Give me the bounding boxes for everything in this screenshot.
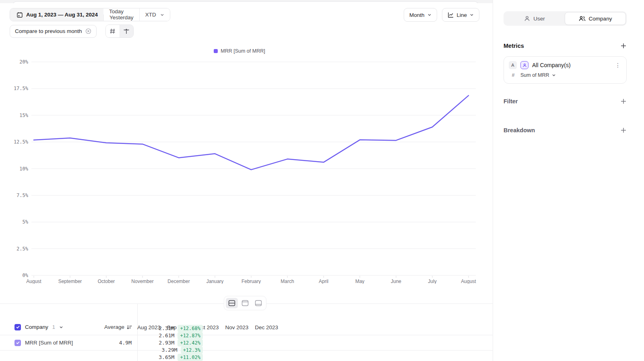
breakdown-section-header: Breakdown	[504, 127, 627, 133]
metric-field-label: Sum of MRR	[520, 72, 549, 78]
remove-compare-icon[interactable]	[85, 28, 91, 34]
sort-icon	[126, 324, 132, 330]
preset-today-button[interactable]: Today	[103, 8, 129, 14]
preset-yesterday-button[interactable]: Yesterday	[103, 14, 139, 21]
entity-count: 1	[52, 324, 55, 330]
report-content: Aug 1, 2023 — Aug 31, 2024 TodayYesterda…	[0, 3, 493, 361]
company-toggle-label: Company	[589, 16, 612, 22]
split-view-button[interactable]	[226, 298, 238, 308]
date-range-group: Aug 1, 2023 — Aug 31, 2024 TodayYesterda…	[10, 8, 170, 21]
line-chart-icon	[448, 12, 454, 18]
user-toggle-button[interactable]: User	[504, 12, 565, 25]
change-badge: +12.68%	[178, 325, 203, 332]
y-tick-label: 7.5%	[17, 193, 29, 198]
chart-legend: MRR [Sum of MRR]	[0, 48, 479, 54]
mrr-value: 2.93M	[159, 340, 174, 346]
entity-header-cell: Company 1 Average	[0, 324, 137, 330]
add-metric-button[interactable]	[620, 43, 627, 49]
select-all-checkbox[interactable]	[14, 324, 21, 330]
month-value-cell: 3.29M+12.3%	[137, 347, 208, 354]
compare-chip-label: Compare to previous month	[15, 28, 82, 34]
company-toggle-button[interactable]: Company	[565, 12, 626, 25]
y-tick-label: 5%	[23, 219, 29, 225]
chart-options: Month Line	[404, 8, 479, 22]
split-view-icon	[228, 300, 235, 306]
chevron-down-icon	[470, 13, 474, 17]
chart-type-label: Line	[457, 12, 467, 18]
row-checkbox[interactable]	[14, 340, 21, 346]
mrr-line-chart[interactable]: 0%2.5%5%7.5%10%12.5%15%17.5%20%AugustSep…	[0, 55, 479, 284]
entity-label: Company	[25, 324, 48, 330]
x-tick-label: November	[131, 279, 153, 284]
x-tick-label: February	[242, 279, 261, 284]
add-breakdown-button[interactable]	[620, 127, 627, 133]
mrr-value: 2.61M	[159, 332, 174, 338]
y-tick-label: 0%	[23, 273, 29, 278]
filter-section-header: Filter	[504, 98, 627, 105]
y-tick-label: 12.5%	[14, 139, 29, 145]
x-tick-label: May	[355, 279, 365, 284]
add-filter-button[interactable]	[620, 98, 627, 105]
chevron-down-icon	[552, 73, 556, 77]
average-label: Average	[104, 324, 124, 330]
main-panel: Aug 1, 2023 — Aug 31, 2024 TodayYesterda…	[0, 0, 493, 361]
chevron-down-icon[interactable]	[59, 325, 63, 329]
metric-name: All Company(s)	[532, 62, 611, 68]
table-only-view-button[interactable]	[252, 298, 264, 308]
metric-row-label: MRR [Sum of MRR]	[25, 340, 73, 346]
month-column-header[interactable]: Nov 2023	[225, 324, 255, 330]
x-tick-label: December	[167, 279, 190, 284]
grid-icon	[109, 28, 116, 34]
x-tick-label: August	[26, 279, 41, 284]
y-tick-label: 2.5%	[17, 246, 29, 252]
metric-index-badge: A	[509, 61, 517, 69]
date-toolbar: Aug 1, 2023 — Aug 31, 2024 TodayYesterda…	[10, 8, 170, 21]
chart-svg: 0%2.5%5%7.5%10%12.5%15%17.5%20%AugustSep…	[0, 55, 479, 284]
entity-toggle: User Company	[504, 11, 627, 26]
average-value: 4.9M	[119, 340, 132, 346]
x-tick-label: August	[461, 279, 476, 284]
config-sidebar: User Company Metrics A All Company(s) ⋮ …	[493, 0, 644, 361]
x-tick-label: October	[98, 279, 115, 284]
metric-row-cell: MRR [Sum of MRR] 4.9M	[0, 340, 137, 346]
metric-field-dropdown[interactable]: Sum of MRR	[520, 72, 556, 78]
y-tick-label: 17.5%	[14, 86, 29, 91]
y-tick-label: 20%	[19, 59, 28, 65]
mrr-value: 3.65M	[159, 354, 174, 360]
chart-type-dropdown[interactable]: Line	[442, 8, 480, 22]
metric-menu-button[interactable]: ⋮	[614, 62, 621, 69]
xtd-label: XTD	[145, 12, 156, 18]
change-badge: +11.02%	[178, 354, 203, 361]
date-range-button[interactable]: Aug 1, 2023 — Aug 31, 2024	[10, 8, 103, 21]
user-toggle-label: User	[533, 16, 545, 22]
table-header-row: Company 1 Average Aug 2023Sep 2023Oct 20…	[0, 319, 493, 335]
breakdown-title: Breakdown	[504, 127, 535, 133]
table-row[interactable]: MRR [Sum of MRR] 4.9M 2.31M+12.68%2.61M+…	[0, 335, 493, 351]
granularity-dropdown[interactable]: Month	[404, 8, 437, 22]
metric-card[interactable]: A All Company(s) ⋮ # Sum of MRR	[504, 56, 627, 84]
month-value-cell: 3.65M+11.02%	[137, 354, 208, 361]
number-field-icon: #	[510, 72, 517, 78]
month-column-header[interactable]: Dec 2023	[255, 324, 285, 330]
metrics-section-header: Metrics	[504, 43, 627, 49]
compare-chip[interactable]: Compare to previous month	[10, 25, 97, 38]
compare-toolbar: Compare to previous month	[10, 25, 134, 38]
mrr-value: 3.29M	[162, 347, 178, 353]
chart-only-view-button[interactable]	[239, 298, 251, 308]
average-header[interactable]: Average	[104, 324, 132, 330]
chevron-down-icon	[160, 13, 164, 17]
change-badge: +12.42%	[178, 339, 203, 347]
month-value-cell: 2.93M+12.42%	[137, 339, 208, 347]
x-tick-label: July	[428, 279, 436, 284]
company-avatar-icon	[520, 61, 528, 69]
company-icon	[579, 16, 586, 22]
preset-7d-button[interactable]: 7D	[103, 21, 122, 21]
annotations-toggle-button[interactable]	[120, 25, 133, 37]
x-tick-label: January	[206, 279, 224, 284]
mrr-line-series[interactable]	[34, 96, 469, 170]
x-tick-label: April	[319, 279, 328, 284]
chart-overlay-toggles	[105, 25, 134, 38]
filter-title: Filter	[504, 98, 518, 105]
preset-xtd-button[interactable]: XTD	[139, 8, 170, 21]
grid-toggle-button[interactable]	[106, 25, 120, 37]
